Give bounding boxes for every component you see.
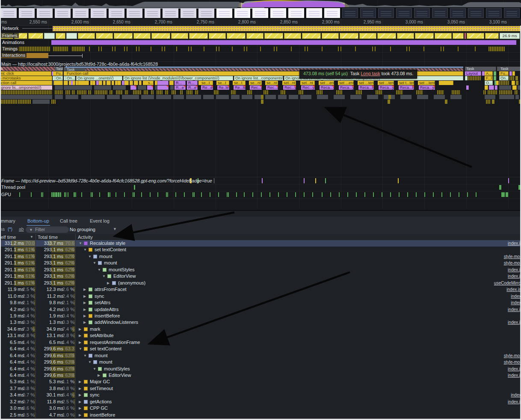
- flame-segment[interactable]: Fu...ll: [55, 71, 63, 76]
- activity-label[interactable]: (anonymous): [118, 280, 145, 286]
- flame-segment[interactable]: set...nt: [300, 81, 315, 85]
- gpu-activity-tick[interactable]: [407, 192, 408, 197]
- gpu-activity-tick[interactable]: [110, 192, 110, 197]
- flame-segment[interactable]: se...t: [216, 81, 229, 85]
- flame-segment[interactable]: [66, 85, 92, 90]
- flame-segment[interactable]: [180, 90, 183, 94]
- flame-segment[interactable]: On...): [499, 76, 509, 80]
- flame-segment[interactable]: [51, 100, 56, 104]
- flame-segment[interactable]: [437, 90, 444, 94]
- flame-segment[interactable]: [299, 90, 304, 94]
- table-row[interactable]: 291.1 ms61.6 %293.1 ms62.0 %▼set textCon…: [0, 247, 521, 253]
- flame-segment[interactable]: Re...le: [234, 85, 246, 90]
- flame-segment[interactable]: [95, 90, 107, 94]
- activity-label[interactable]: set textContent: [95, 247, 126, 253]
- flame-segment[interactable]: [122, 95, 139, 99]
- flame-segment[interactable]: R...: [187, 81, 198, 85]
- flame-segment[interactable]: Layout: [465, 71, 481, 76]
- flame-segment[interactable]: [334, 95, 345, 99]
- source-location-link[interactable]: index.js: [508, 240, 521, 247]
- flame-segment[interactable]: se...t: [200, 81, 213, 85]
- table-row[interactable]: 5.3 ms1.1 %5.3 ms1.1 %▶Major GC: [0, 379, 521, 385]
- track-gpu[interactable]: GPU: [0, 191, 521, 199]
- gpu-activity-tick[interactable]: [31, 192, 32, 197]
- flame-segment[interactable]: [103, 81, 106, 85]
- flame-segment[interactable]: [157, 85, 169, 90]
- track-thread-pool[interactable]: Thread pool: [0, 184, 521, 191]
- gpu-activity-tick[interactable]: [261, 192, 262, 197]
- gpu-activity-tick[interactable]: [278, 192, 279, 197]
- flame-segment[interactable]: [195, 90, 198, 94]
- flame-segment[interactable]: [18, 100, 31, 104]
- gpu-activity-tick[interactable]: [81, 192, 82, 197]
- flame-segment[interactable]: [278, 95, 287, 99]
- gpu-activity-tick[interactable]: [175, 192, 176, 197]
- disclosure-collapsed-icon[interactable]: ▶: [79, 332, 81, 339]
- table-row[interactable]: 1.3 ms0.3 %1.3 ms0.3 %▶addWindowListener…: [0, 319, 521, 326]
- flame-segment[interactable]: se...t: [233, 81, 246, 85]
- flame-segment[interactable]: Reca...tyle: [399, 85, 414, 90]
- source-location-link[interactable]: index.js: [508, 319, 521, 326]
- gpu-activity-tick[interactable]: [218, 192, 219, 197]
- flame-segment[interactable]: [452, 90, 460, 94]
- flame-segment[interactable]: [107, 81, 111, 85]
- source-location-link[interactable]: index.: [511, 293, 521, 300]
- disclosure-collapsed-icon[interactable]: ▶: [83, 300, 86, 306]
- column-header-self-time[interactable]: elf time ▼: [0, 234, 36, 240]
- table-row[interactable]: 6.4 ms1.4 %299.6 ms63.3 %▼mountStylesind…: [0, 366, 521, 372]
- gpu-activity-tick[interactable]: [184, 192, 185, 197]
- flame-segment[interactable]: Task: [465, 67, 496, 71]
- disclosure-collapsed-icon[interactable]: ▶: [83, 286, 86, 293]
- gpu-activity-tick[interactable]: [347, 192, 348, 197]
- flame-segment[interactable]: [203, 95, 214, 99]
- flame-segment[interactable]: R...: [175, 81, 186, 85]
- flame-segment[interactable]: [151, 90, 154, 94]
- gpu-activity-tick[interactable]: [75, 192, 76, 197]
- flame-segment[interactable]: [65, 81, 68, 85]
- source-location-link[interactable]: index.js: [508, 273, 521, 279]
- column-header-total-time[interactable]: Total time: [36, 234, 76, 240]
- source-location-link[interactable]: index.js: [508, 399, 521, 405]
- activity-label[interactable]: setTimeout: [90, 385, 113, 392]
- flame-segment[interactable]: [65, 90, 71, 94]
- flame-segment[interactable]: On...): [55, 76, 63, 80]
- disclosure-collapsed-icon[interactable]: ▶: [79, 379, 81, 385]
- gpu-activity-tick[interactable]: [252, 192, 253, 197]
- table-row[interactable]: 3.2 ms0.7 %11.8 ms2.5 %▶getActionsindex.…: [0, 399, 521, 405]
- flame-segment[interactable]: ask: [0, 67, 55, 71]
- flame-segment[interactable]: R...e: [175, 85, 186, 90]
- table-row[interactable]: 4.2 ms0.9 %4.2 ms0.9 %▶updateAttrsindex.…: [0, 306, 521, 313]
- gpu-activity-tick[interactable]: [194, 192, 195, 197]
- disclosure-expanded-icon[interactable]: ▼: [88, 359, 92, 365]
- flame-segment[interactable]: [214, 90, 219, 94]
- source-location-link[interactable]: index.js: [508, 267, 521, 273]
- gpu-activity-tick[interactable]: [65, 192, 66, 197]
- flame-segment[interactable]: [93, 81, 95, 85]
- flame-segment[interactable]: [107, 95, 120, 99]
- flame-segment[interactable]: set ...tent: [418, 81, 435, 85]
- tab-event-log[interactable]: Event log: [89, 217, 110, 225]
- gpu-activity-tick[interactable]: [133, 192, 133, 197]
- flame-segment[interactable]: [495, 85, 497, 90]
- gpu-activity-tick[interactable]: [115, 192, 116, 197]
- source-location-link[interactable]: style-mod: [504, 359, 521, 365]
- flame-segment[interactable]: Task: [55, 67, 63, 71]
- gpu-activity-tick[interactable]: [167, 192, 168, 197]
- flame-segment[interactable]: se...nt: [265, 81, 278, 85]
- flame-segment[interactable]: [499, 90, 512, 94]
- disclosure-collapsed-icon[interactable]: ▶: [83, 306, 86, 313]
- flame-segment[interactable]: [468, 76, 481, 80]
- disclosure-collapsed-icon[interactable]: ▶: [79, 326, 81, 332]
- frame-track-event-tick[interactable]: [262, 178, 263, 183]
- flame-segment[interactable]: [450, 95, 462, 99]
- source-location-link[interactable]: index.: [511, 392, 521, 398]
- table-row[interactable]: 3.4 ms0.7 %30.1 ms6.4 %▶syncindex.: [0, 392, 521, 398]
- flame-segment[interactable]: [170, 85, 174, 90]
- flame-segment[interactable]: [231, 95, 240, 99]
- activity-label[interactable]: mount: [95, 352, 108, 359]
- gpu-activity-tick[interactable]: [390, 192, 391, 197]
- gpu-activity-tick[interactable]: [304, 192, 305, 197]
- activity-label[interactable]: sync: [95, 293, 104, 300]
- flame-segment[interactable]: On ignore list...components\/): [234, 76, 283, 80]
- source-location-link[interactable]: index.js: [508, 372, 521, 379]
